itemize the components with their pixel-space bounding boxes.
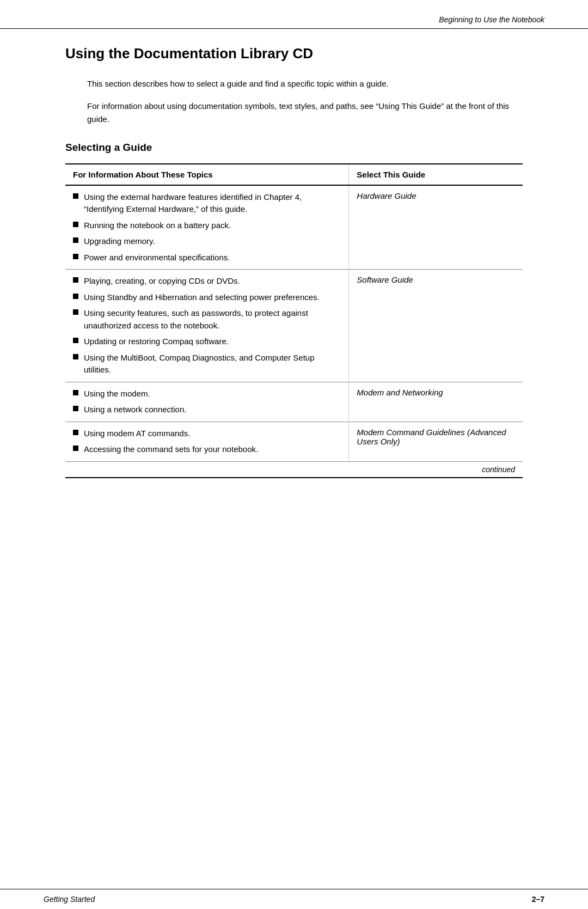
bullet-icon — [73, 446, 78, 451]
page-title: Using the Documentation Library CD — [65, 45, 523, 62]
list-item: Using the external hardware features ide… — [73, 191, 341, 216]
guide-table: For Information About These Topics Selec… — [65, 163, 523, 478]
guide-cell-4: Modem Command Guidelines (Advanced Users… — [349, 422, 523, 461]
list-item: Running the notebook on a battery pack. — [73, 219, 341, 232]
table-row: Using modem AT commands. Accessing the c… — [65, 422, 523, 461]
list-item: Using modem AT commands. — [73, 428, 341, 440]
list-item: Using the modem. — [73, 388, 341, 400]
header-text: Beginning to Use the Notebook — [44, 15, 544, 28]
list-item: Power and environmental specifications. — [73, 252, 341, 264]
continued-text: continued — [65, 461, 523, 478]
header-area: Beginning to Use the Notebook — [0, 0, 588, 29]
guide-name: Hardware Guide — [357, 190, 416, 200]
bullet-icon — [73, 338, 78, 343]
list-item: Updating or restoring Compaq software. — [73, 335, 341, 348]
guide-cell-1: Hardware Guide — [349, 185, 523, 270]
col-topics-header: For Information About These Topics — [65, 164, 349, 185]
guide-name: Modem Command Guidelines (Advanced Users… — [357, 426, 506, 446]
paragraph-1: This section describes how to select a g… — [65, 77, 523, 90]
bullet-list-2: Playing, creating, or copying CDs or DVD… — [73, 275, 341, 376]
bullet-icon — [73, 309, 78, 315]
bullet-list-1: Using the external hardware features ide… — [73, 191, 341, 264]
guide-name: Modem and Networking — [357, 387, 443, 397]
bullet-icon — [73, 406, 78, 411]
bullet-icon — [73, 277, 78, 283]
paragraph-2: For information about using documentatio… — [65, 100, 523, 125]
bullet-icon — [73, 254, 78, 259]
page-container: Beginning to Use the Notebook Using the … — [0, 0, 588, 909]
footer-area: Getting Started 2–7 — [0, 889, 588, 909]
bullet-icon — [73, 390, 78, 395]
content-area: Using the Documentation Library CD This … — [0, 29, 588, 500]
table-header-row: For Information About These Topics Selec… — [65, 164, 523, 185]
list-item: Using the MultiBoot, Compaq Diagnostics,… — [73, 352, 341, 376]
table-row: Playing, creating, or copying CDs or DVD… — [65, 270, 523, 382]
table-row: Using the modem. Using a network connect… — [65, 382, 523, 422]
topics-cell-1: Using the external hardware features ide… — [65, 185, 349, 270]
topics-cell-2: Playing, creating, or copying CDs or DVD… — [65, 270, 349, 382]
guide-cell-2: Software Guide — [349, 270, 523, 382]
topics-cell-3: Using the modem. Using a network connect… — [65, 382, 349, 422]
table-row: Using the external hardware features ide… — [65, 185, 523, 270]
bullet-list-4: Using modem AT commands. Accessing the c… — [73, 428, 341, 456]
list-item: Accessing the command sets for your note… — [73, 443, 341, 456]
list-item: Upgrading memory. — [73, 235, 341, 248]
continued-row: continued — [65, 461, 523, 478]
bullet-icon — [73, 193, 78, 199]
list-item: Using security features, such as passwor… — [73, 307, 341, 332]
section-heading: Selecting a Guide — [65, 142, 523, 154]
bullet-icon — [73, 237, 78, 243]
bullet-list-3: Using the modem. Using a network connect… — [73, 388, 341, 416]
bullet-icon — [73, 354, 78, 359]
list-item: Using a network connection. — [73, 404, 341, 416]
footer-right: 2–7 — [532, 895, 544, 904]
list-item: Using Standby and Hibernation and select… — [73, 291, 341, 304]
footer-left: Getting Started — [44, 895, 95, 904]
bullet-icon — [73, 430, 78, 435]
topics-cell-4: Using modem AT commands. Accessing the c… — [65, 422, 349, 461]
bullet-icon — [73, 222, 78, 227]
list-item: Playing, creating, or copying CDs or DVD… — [73, 275, 341, 288]
guide-name: Software Guide — [357, 274, 413, 284]
guide-cell-3: Modem and Networking — [349, 382, 523, 422]
col-guide-header: Select This Guide — [349, 164, 523, 185]
bullet-icon — [73, 294, 78, 299]
